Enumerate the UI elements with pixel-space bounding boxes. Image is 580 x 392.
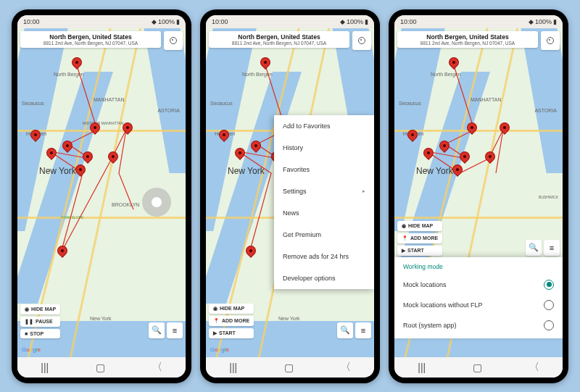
menu-get-premium[interactable]: Get Premium — [274, 224, 374, 246]
pause-button[interactable]: ❚❚PAUSE — [20, 317, 60, 327]
back-button[interactable]: 〈 — [529, 361, 539, 374]
mode-mock-locations[interactable]: Mock locations — [403, 275, 554, 295]
home-button[interactable]: ▢ — [473, 362, 482, 373]
search-button[interactable]: 🔍 — [337, 322, 353, 338]
menu-news[interactable]: News — [274, 202, 374, 224]
location-title: North Bergen, United States — [25, 33, 157, 41]
recent-apps-button[interactable]: ||| — [229, 362, 237, 373]
chevron-right-icon: ▸ — [362, 188, 365, 194]
menu-settings[interactable]: Settings▸ — [274, 180, 374, 202]
add-more-button[interactable]: 📍ADD MORE — [397, 233, 442, 243]
right-controls: 🔍 ≡ — [149, 322, 183, 338]
working-mode-sheet: Working mode Mock locations Mock locatio… — [394, 257, 563, 338]
wifi-icon: ◆ — [340, 18, 345, 25]
hide-map-button[interactable]: ◉HIDE MAP — [397, 221, 442, 231]
location-header[interactable]: North Bergen, United States 8811 2nd Ave… — [20, 31, 161, 48]
map-pin[interactable] — [497, 120, 512, 135]
sheet-title: Working mode — [403, 263, 554, 270]
left-controls: ◉HIDE MAP 📍ADD MORE ▶START — [209, 304, 254, 338]
map-label: BROOKLYN — [112, 202, 139, 207]
left-controls: ◉HIDE MAP ❚❚PAUSE ■STOP — [20, 304, 60, 338]
battery-icon: ▮ — [176, 18, 180, 25]
search-icon: 🔍 — [340, 325, 350, 335]
location-header[interactable]: North Bergen, United States 8811 2nd Ave… — [209, 31, 349, 48]
radio-icon — [544, 300, 554, 310]
right-controls: 🔍 ≡ — [337, 322, 371, 338]
recent-apps-button[interactable]: ||| — [41, 362, 49, 373]
map-pin[interactable] — [447, 55, 461, 70]
map-pin[interactable] — [70, 55, 84, 70]
map-pin[interactable] — [258, 55, 273, 70]
my-location-button[interactable] — [541, 31, 560, 50]
phone-2: 10:00 ◆100%▮ North Bergen Secaucus Hobok… — [200, 9, 380, 383]
menu-button[interactable]: ≡ — [167, 322, 183, 338]
left-controls: ◉HIDE MAP 📍ADD MORE ▶START — [397, 221, 442, 256]
map[interactable]: North Bergen Secaucus Hoboken New York N… — [206, 28, 374, 357]
menu-button[interactable]: ≡ — [544, 240, 560, 256]
wifi-icon: ◆ — [529, 18, 534, 25]
search-button[interactable]: 🔍 — [526, 240, 542, 256]
android-navbar: ||| ▢ 〈 — [394, 357, 563, 378]
menu-remove-ads[interactable]: Remove ads for 24 hrs — [274, 246, 374, 267]
add-more-button[interactable]: 📍ADD MORE — [209, 316, 254, 326]
menu-history[interactable]: History — [274, 137, 374, 159]
play-icon: ▶ — [213, 330, 217, 336]
mode-root[interactable]: Root (system app) — [403, 315, 554, 335]
map-label: PARK SLOPE — [61, 215, 83, 220]
my-location-button[interactable] — [164, 31, 183, 50]
location-header[interactable]: North Bergen, United States 8811 2nd Ave… — [397, 31, 538, 48]
hamburger-icon: ≡ — [173, 326, 177, 335]
pause-icon: ❚❚ — [25, 319, 33, 325]
right-controls: 🔍 ≡ — [526, 240, 560, 256]
statusbar: 10:00 ◆100%▮ — [206, 15, 374, 28]
joystick[interactable] — [142, 188, 171, 217]
stop-icon: ■ — [25, 331, 28, 336]
map-label: Secaucus — [22, 101, 44, 106]
radio-checked-icon — [544, 280, 554, 290]
search-icon: 🔍 — [152, 325, 162, 335]
my-location-button[interactable] — [352, 31, 371, 50]
map-pin[interactable] — [106, 149, 120, 164]
search-icon: 🔍 — [529, 243, 539, 252]
recent-apps-button[interactable]: ||| — [418, 362, 426, 373]
hide-map-button[interactable]: ◉HIDE MAP — [209, 304, 254, 314]
map-pin[interactable] — [55, 243, 70, 258]
hamburger-icon: ≡ — [550, 243, 554, 252]
hide-map-button[interactable]: ◉HIDE MAP — [20, 304, 60, 314]
menu-favorites[interactable]: Favorites — [274, 159, 374, 180]
map[interactable]: North Bergen Secaucus MANHATTAN MIDTOWN … — [17, 28, 186, 357]
menu-button[interactable]: ≡ — [355, 322, 371, 338]
back-button[interactable]: 〈 — [152, 361, 162, 374]
map-pin[interactable] — [483, 149, 497, 164]
wifi-icon: ◆ — [152, 18, 157, 25]
eye-icon: ◉ — [402, 223, 406, 229]
android-navbar: ||| ▢ 〈 — [206, 357, 374, 378]
overflow-menu: Add to Favorites History Favorites Setti… — [274, 115, 374, 289]
statusbar: 10:00 ◆ 100% ▮ — [17, 15, 186, 28]
search-button[interactable]: 🔍 — [149, 322, 165, 338]
menu-add-favorites[interactable]: Add to Favorites — [274, 115, 374, 137]
map-label: North Bergen — [54, 72, 84, 77]
map-label: MIDTOWN MANHATTAN — [83, 121, 123, 125]
battery-icon: ▮ — [365, 18, 368, 25]
crosshair-icon — [357, 36, 366, 45]
home-button[interactable]: ▢ — [284, 362, 294, 373]
pin-icon: 📍 — [213, 318, 220, 324]
eye-icon: ◉ — [25, 306, 29, 312]
play-icon: ▶ — [402, 248, 405, 254]
menu-developer[interactable]: Developer options — [274, 267, 374, 289]
stop-button[interactable]: ■STOP — [20, 329, 60, 338]
back-button[interactable]: 〈 — [341, 361, 351, 374]
eye-icon: ◉ — [213, 306, 218, 312]
map[interactable]: North Bergen Secaucus MANHATTAN Hoboken … — [394, 28, 563, 357]
mode-mock-without-flp[interactable]: Mock locations without FLP — [403, 295, 554, 315]
map-pin[interactable] — [244, 243, 258, 258]
crosshair-icon — [169, 36, 178, 45]
hamburger-icon: ≡ — [361, 326, 365, 335]
start-button[interactable]: ▶START — [209, 328, 254, 338]
statusbar: 10:00 ◆100%▮ — [394, 15, 563, 28]
crosshair-icon — [546, 36, 555, 45]
map-label: New York — [90, 316, 112, 321]
start-button[interactable]: ▶START — [397, 246, 442, 256]
home-button[interactable]: ▢ — [96, 362, 105, 373]
